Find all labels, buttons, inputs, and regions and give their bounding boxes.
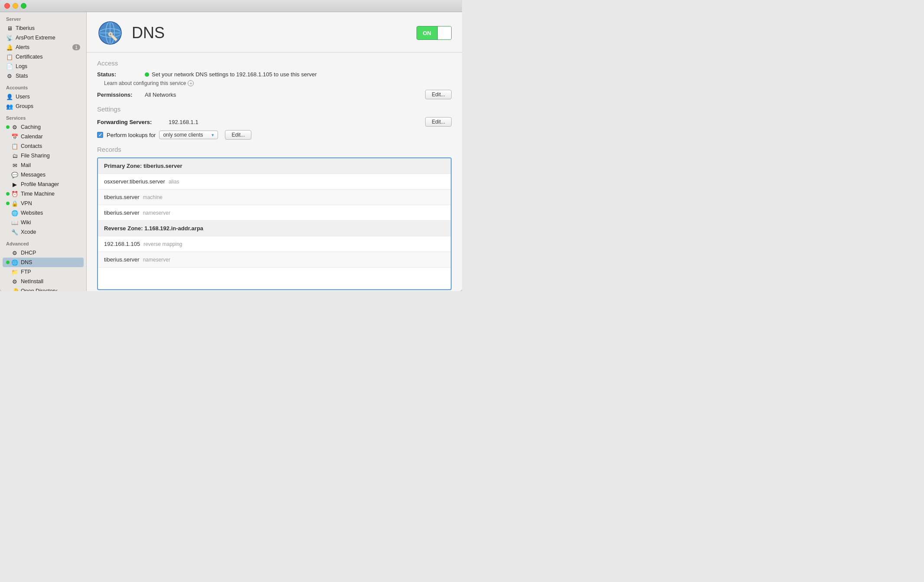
toggle-on-label: ON	[417, 26, 438, 39]
sidebar-item-label: Certificates	[16, 54, 80, 60]
minimize-button[interactable]	[13, 3, 18, 9]
sidebar-item-caching[interactable]: ⚙ Caching	[0, 122, 86, 132]
xcode-icon: 🔧	[11, 229, 18, 235]
alerts-icon: 🔔	[6, 44, 13, 51]
sidebar-item-open-directory[interactable]: 🔑 Open Directory	[0, 286, 86, 291]
sidebar-item-contacts[interactable]: 📋 Contacts	[0, 141, 86, 151]
permissions-edit-button[interactable]: Edit...	[425, 90, 452, 99]
sidebar-item-mail[interactable]: ✉ Mail	[0, 160, 86, 170]
open-directory-icon: 🔑	[11, 288, 18, 291]
sidebar-item-arsport-extreme[interactable]: 📡 ArsPort Extreme	[0, 33, 86, 43]
main-layout: Server 🖥 Tiberius 📡 ArsPort Extreme 🔔 Al…	[0, 12, 462, 291]
tiberius-icon: 🖥	[6, 25, 13, 32]
learn-link-row[interactable]: Learn about configuring this service +	[97, 80, 452, 86]
sidebar-item-users[interactable]: 👤 Users	[0, 92, 86, 101]
records-section: Records Primary Zone: tiberius.server os…	[97, 146, 452, 290]
perform-lookups-row: ✓ Perform lookups for only some clients …	[97, 130, 452, 140]
record-name: Reverse Zone: 1.168.192.in-addr.arpa	[104, 225, 203, 232]
table-row[interactable]: osxserver.tiberius.server alias	[98, 174, 451, 190]
sidebar-item-websites[interactable]: 🌐 Websites	[0, 208, 86, 218]
chevron-down-icon: ▾	[211, 132, 214, 138]
sidebar-item-label: Users	[16, 94, 80, 100]
file-sharing-icon: 🗂	[11, 152, 18, 159]
alerts-badge: 1	[72, 44, 80, 50]
record-name: 192.168.1.105	[104, 241, 140, 247]
sidebar-item-messages[interactable]: 💬 Messages	[0, 170, 86, 180]
maximize-button[interactable]	[21, 3, 26, 9]
permissions-row: Permissions: All Networks Edit...	[97, 90, 452, 99]
sidebar-item-tiberius[interactable]: 🖥 Tiberius	[0, 23, 86, 33]
sidebar-item-logs[interactable]: 📄 Logs	[0, 62, 86, 71]
status-dot-inline	[145, 72, 149, 77]
sidebar-item-dns[interactable]: 🌐 DNS	[3, 258, 84, 267]
perform-lookups-checkbox[interactable]: ✓	[97, 132, 103, 138]
records-list: Primary Zone: tiberius.server osxserver.…	[97, 157, 452, 290]
sidebar-item-label: Alerts	[16, 44, 72, 50]
forwarding-edit-button[interactable]: Edit...	[425, 117, 452, 127]
sidebar-item-label: Wiki	[21, 219, 80, 226]
time-machine-icon: ⏰	[11, 190, 18, 197]
sidebar: Server 🖥 Tiberius 📡 ArsPort Extreme 🔔 Al…	[0, 12, 87, 291]
toggle-button[interactable]: ON	[416, 26, 452, 40]
sidebar-item-label: Messages	[21, 172, 80, 178]
record-type: machine	[143, 194, 163, 200]
sidebar-item-groups[interactable]: 👥 Groups	[0, 101, 86, 111]
sidebar-item-dhcp[interactable]: ⚙ DHCP	[0, 248, 86, 258]
dhcp-icon: ⚙	[11, 249, 18, 256]
sidebar-item-file-sharing[interactable]: 🗂 File Sharing	[0, 151, 86, 160]
vpn-status-dot	[6, 202, 10, 205]
table-row[interactable]: Reverse Zone: 1.168.192.in-addr.arpa	[98, 221, 451, 236]
dns-icon: 🌐	[11, 259, 18, 266]
record-type: nameserver	[143, 210, 170, 216]
sidebar-item-label: Open Directory	[21, 288, 80, 291]
sidebar-item-xcode[interactable]: 🔧 Xcode	[0, 227, 86, 237]
sidebar-item-vpn[interactable]: 🔒 VPN	[0, 199, 86, 208]
sidebar-item-wiki[interactable]: 📖 Wiki	[0, 218, 86, 227]
forwarding-row: Forwarding Servers: 192.168.1.1 Edit...	[97, 117, 452, 127]
perform-edit-button[interactable]: Edit...	[225, 130, 251, 140]
netinstall-icon: ⚙	[11, 278, 18, 285]
records-title: Records	[97, 146, 452, 153]
sidebar-item-ftp[interactable]: 📁 FTP	[0, 267, 86, 277]
table-row[interactable]: tiberius.server nameserver	[98, 252, 451, 268]
table-row[interactable]: Primary Zone: tiberius.server	[98, 158, 451, 174]
table-row[interactable]: tiberius.server machine	[98, 190, 451, 205]
status-value: Set your network DNS settings to 192.168…	[145, 71, 452, 78]
status-text: Set your network DNS settings to 192.168…	[152, 71, 317, 78]
sidebar-item-stats[interactable]: ⚙ Stats	[0, 71, 86, 81]
sidebar-item-certificates[interactable]: 📋 Certificates	[0, 52, 86, 62]
sidebar-item-calendar[interactable]: 📅 Calendar	[0, 132, 86, 141]
forwarding-value: 192.168.1.1	[169, 119, 198, 125]
sidebar-item-label: VPN	[21, 200, 80, 206]
main-window: Server 🖥 Tiberius 📡 ArsPort Extreme 🔔 Al…	[0, 0, 462, 291]
logs-icon: 📄	[6, 63, 13, 70]
table-row[interactable]: 192.168.1.105 reverse mapping	[98, 236, 451, 252]
forwarding-label: Forwarding Servers:	[97, 119, 169, 125]
sidebar-section-advanced: Advanced	[0, 237, 86, 248]
caching-status-dot	[6, 125, 10, 129]
mail-icon: ✉	[11, 162, 18, 169]
record-type: alias	[169, 179, 179, 185]
record-name: tiberius.server	[104, 194, 140, 200]
content-body: Access Status: Set your network DNS sett…	[87, 52, 462, 291]
perform-dropdown[interactable]: only some clients ▾	[159, 131, 218, 139]
sidebar-item-time-machine[interactable]: ⏰ Time Machine	[0, 189, 86, 199]
perform-dropdown-value: only some clients	[163, 132, 203, 138]
table-row[interactable]: tiberius.server nameserver	[98, 205, 451, 221]
sidebar-item-label: FTP	[21, 269, 80, 275]
record-name: osxserver.tiberius.server	[104, 178, 165, 185]
profile-manager-icon: ▶	[11, 181, 18, 188]
record-type: reverse mapping	[143, 241, 182, 247]
record-name: tiberius.server	[104, 256, 140, 263]
contacts-icon: 📋	[11, 143, 18, 150]
sidebar-item-alerts[interactable]: 🔔 Alerts 1	[0, 43, 86, 52]
arsport-icon: 📡	[6, 34, 13, 41]
caching-icon: ⚙	[11, 124, 18, 131]
sidebar-item-profile-manager[interactable]: ▶ Profile Manager	[0, 180, 86, 189]
sidebar-item-netinstall[interactable]: ⚙ NetInstall	[0, 277, 86, 286]
groups-icon: 👥	[6, 103, 13, 110]
status-row: Status: Set your network DNS settings to…	[97, 71, 452, 78]
permissions-value: All Networks	[145, 92, 425, 98]
record-type: nameserver	[143, 257, 170, 263]
close-button[interactable]	[4, 3, 10, 9]
